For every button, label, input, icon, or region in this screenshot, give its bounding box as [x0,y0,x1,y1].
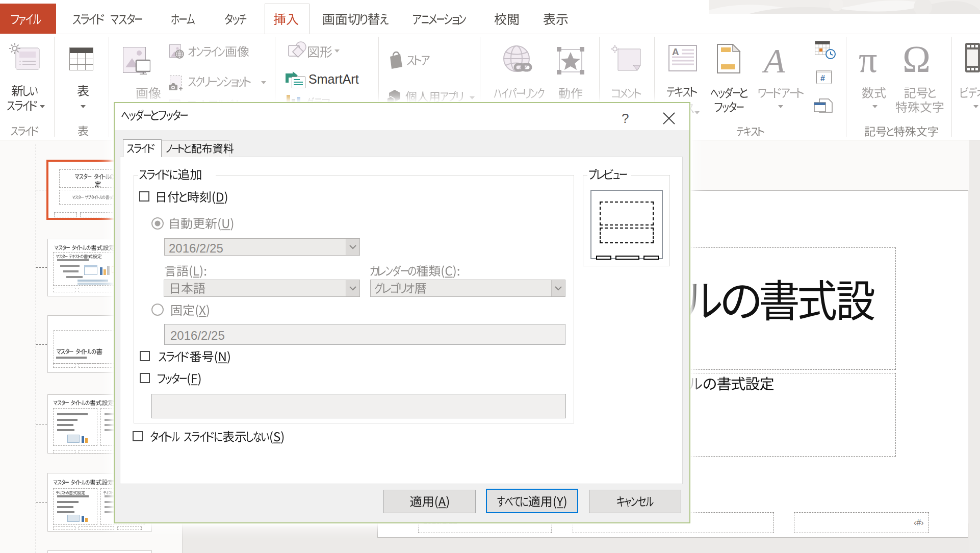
svg-text:A: A [672,46,679,57]
svg-text:#: # [820,74,825,83]
